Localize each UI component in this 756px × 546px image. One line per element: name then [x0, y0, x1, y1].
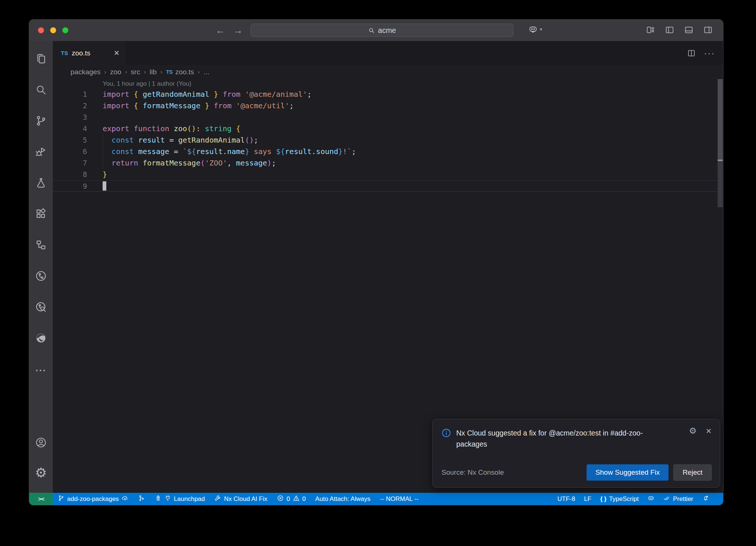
reject-button[interactable]: Reject	[673, 464, 712, 481]
status-item[interactable]: 00	[272, 493, 310, 505]
run-debug-icon	[35, 146, 47, 159]
wrench-icon	[214, 495, 221, 504]
status-item[interactable]	[698, 493, 714, 505]
zoom-window-button[interactable]	[62, 27, 68, 33]
status-bar: >< add-zoo-packagesLaunchpadNx Cloud AI …	[29, 493, 723, 505]
testing-icon	[35, 177, 47, 190]
activity-item-extensions[interactable]	[29, 199, 53, 230]
status-item[interactable]: Auto Attach: Always	[310, 493, 375, 505]
copilot-icon	[528, 24, 538, 34]
activity-item-gitlens-inspect[interactable]	[29, 292, 53, 323]
breadcrumb-separator-icon: ›	[160, 68, 162, 76]
status-item[interactable]	[133, 493, 150, 505]
code-line: 9	[53, 180, 723, 192]
toggle-primary-sidebar-icon[interactable]	[665, 25, 674, 35]
vscode-window: ← → acme ▾	[29, 19, 724, 505]
line-number: 4	[53, 123, 87, 134]
activity-item-settings[interactable]: ⚙	[29, 458, 53, 488]
line-number: 6	[53, 146, 87, 157]
status-text: Prettier	[673, 495, 693, 503]
braces-icon: { }	[600, 496, 606, 502]
toggle-secondary-sidebar-icon[interactable]	[703, 25, 713, 35]
back-arrow-icon[interactable]: ←	[216, 25, 225, 35]
breadcrumb-separator-icon: ›	[104, 68, 106, 76]
minimize-window-button[interactable]	[50, 27, 56, 33]
tab-zoo-ts[interactable]: TS zoo.ts ✕	[53, 41, 127, 65]
line-number: 3	[53, 112, 87, 123]
activity-item-testing[interactable]	[29, 168, 53, 199]
double-check-icon	[663, 495, 670, 504]
desktop-background: ← → acme ▾	[0, 0, 756, 546]
activity-item-account[interactable]	[29, 429, 53, 458]
git-graph-icon	[138, 495, 145, 504]
notification-source: Source: Nx Console	[441, 468, 504, 477]
gitlens-inspect-icon	[35, 301, 47, 314]
activity-item-nx-console[interactable]	[29, 230, 53, 261]
activity-bar: ⋯ ⚙	[29, 41, 53, 493]
status-item[interactable]: { }TypeScript	[596, 493, 643, 505]
breadcrumb-item[interactable]: zoo	[110, 68, 121, 76]
copilot-menu[interactable]: ▾	[528, 24, 542, 34]
more-actions-icon[interactable]: ···	[704, 48, 715, 58]
notification-settings-gear-icon[interactable]: ⚙	[689, 427, 697, 436]
status-item[interactable]	[643, 493, 659, 505]
activity-item-search[interactable]	[29, 75, 53, 106]
activity-item-explorer[interactable]	[29, 44, 53, 75]
git-blame-annotation: You, 1 hour ago | 1 author (You)	[53, 79, 723, 89]
status-item[interactable]: Prettier	[659, 493, 698, 505]
tab-bar: TS zoo.ts ✕ ···	[53, 41, 723, 65]
breadcrumb-item[interactable]: src	[131, 68, 140, 76]
breadcrumb-file[interactable]: TSzoo.ts	[166, 68, 194, 76]
customize-layout-icon[interactable]	[646, 25, 655, 35]
info-icon	[441, 428, 451, 438]
line-number: 8	[53, 169, 87, 180]
activity-item-source-control[interactable]	[29, 106, 53, 137]
code-line: 3	[53, 112, 723, 123]
show-suggested-fix-button[interactable]: Show Suggested Fix	[587, 464, 669, 481]
status-item[interactable]: LF	[580, 493, 596, 505]
breadcrumb-overflow[interactable]: ...	[203, 68, 209, 76]
status-item[interactable]: UTF-8	[553, 493, 580, 505]
extensions-icon	[35, 208, 47, 221]
status-text: TypeScript	[609, 495, 639, 503]
plug-icon	[164, 495, 171, 504]
activity-item-gitlens[interactable]	[29, 261, 53, 292]
tab-label: zoo.ts	[72, 49, 90, 57]
breadcrumb-item[interactable]: packages	[71, 68, 100, 76]
more-icon: ⋯	[35, 364, 47, 376]
status-text: Launchpad	[174, 495, 205, 503]
split-editor-icon[interactable]	[687, 49, 696, 58]
rocket-icon	[155, 495, 162, 504]
notification-close-icon[interactable]: ✕	[705, 427, 712, 436]
remote-indicator[interactable]: ><	[29, 493, 53, 505]
code-line: 7 return formatMessage('ZOO', message);	[53, 157, 723, 169]
close-tab-icon[interactable]: ✕	[114, 49, 120, 57]
line-number: 1	[53, 89, 87, 100]
status-item[interactable]: -- NORMAL --	[375, 493, 423, 505]
status-item[interactable]: add-zoo-packages	[53, 493, 133, 505]
status-text: 0	[302, 495, 306, 503]
activity-item-more[interactable]: ⋯	[29, 354, 53, 385]
search-value: acme	[378, 26, 396, 35]
forward-arrow-icon[interactable]: →	[233, 25, 243, 35]
activity-item-run-debug[interactable]	[29, 137, 53, 168]
code-line: 4export function zoo(): string {	[53, 123, 723, 134]
account-icon	[35, 437, 47, 450]
status-text: Nx Cloud AI Fix	[224, 495, 267, 503]
close-window-button[interactable]	[38, 27, 44, 33]
typescript-file-icon: TS	[166, 69, 173, 75]
activity-item-edge-tools[interactable]	[29, 323, 53, 354]
breadcrumb: packages›zoo›src›lib›TSzoo.ts›...	[53, 65, 723, 79]
status-item[interactable]: Nx Cloud AI Fix	[210, 493, 272, 505]
command-center-search[interactable]: acme	[251, 24, 513, 37]
scrollbar-thumb-lower[interactable]	[718, 161, 723, 207]
status-item[interactable]: Launchpad	[150, 493, 210, 505]
breadcrumb-item[interactable]: lib	[150, 68, 157, 76]
notification-toast: Nx Cloud suggested a fix for @acme/zoo:t…	[432, 419, 720, 488]
text-cursor	[103, 181, 106, 191]
notification-message: Nx Cloud suggested a fix for @acme/zoo:t…	[456, 427, 663, 450]
scrollbar-thumb[interactable]	[718, 79, 723, 160]
source-control-icon	[35, 115, 47, 128]
toggle-panel-icon[interactable]	[684, 25, 694, 35]
bell-dot-icon	[702, 495, 709, 504]
